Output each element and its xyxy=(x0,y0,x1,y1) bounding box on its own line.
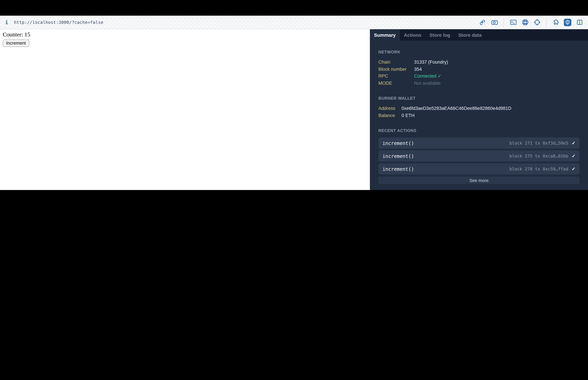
browser-toolbar: i http://localhost:3000/?cache=false xyxy=(0,16,588,29)
window-top-bar xyxy=(0,0,588,16)
burner-wallet-section-title: BURNER WALLET xyxy=(379,96,580,101)
link-icon[interactable] xyxy=(479,19,486,26)
check-icon: ✓ xyxy=(572,153,575,158)
network-row-rpc: RPC Connected ✓ xyxy=(379,73,580,80)
terminal-icon[interactable] xyxy=(509,19,517,26)
mode-label: MODE xyxy=(379,80,414,87)
shield-icon-active-bg xyxy=(564,19,571,26)
toolbar-divider xyxy=(546,18,547,26)
network-row-chain: Chain 31337 (Foundry) xyxy=(379,59,580,66)
devtools-content: NETWORK Chain 31337 (Foundry) Block numb… xyxy=(370,40,588,190)
tab-store-data[interactable]: Store data xyxy=(454,29,486,40)
crosshair-icon[interactable] xyxy=(533,19,541,26)
action-function: increment() xyxy=(382,140,509,146)
recent-actions-section-title: RECENT ACTIONS xyxy=(379,128,580,133)
main-split: Counter: 15 Increment → MUD Dev Tools Su… xyxy=(0,29,588,190)
tab-actions[interactable]: Actions xyxy=(400,29,426,40)
shield-icon[interactable] xyxy=(564,19,571,26)
rpc-status-value: Connected ✓ xyxy=(414,73,580,80)
columns-icon[interactable] xyxy=(576,19,583,26)
burner-wallet-section: BURNER WALLET Address 0xe6fd3aeD3e5283aE… xyxy=(379,96,580,119)
toolbar-icon-group xyxy=(479,18,583,26)
action-function: increment() xyxy=(382,153,509,159)
info-icon: i xyxy=(5,19,14,25)
globe-icon[interactable] xyxy=(521,19,529,26)
tab-summary[interactable]: Summary xyxy=(370,29,400,40)
recent-actions-section: RECENT ACTIONS increment() block 271 tx … xyxy=(379,128,580,184)
block-number-value: 354 xyxy=(414,66,580,73)
wallet-row-address: Address 0xe6fd3aeD3e5283aEA66C46Dee86e82… xyxy=(379,105,580,112)
balance-value: 0 ETH xyxy=(401,112,580,119)
action-block-tx: block 275 tx 0xca8…02bb xyxy=(509,153,568,158)
toolbar-divider xyxy=(504,18,504,26)
wallet-row-balance: Balance 0 ETH xyxy=(379,112,580,119)
rpc-label: RPC xyxy=(379,73,414,80)
web-page: Counter: 15 Increment → MUD Dev Tools xyxy=(0,29,370,190)
url-text[interactable]: http://localhost:3000/?cache=false xyxy=(14,20,103,25)
screen: i http://localhost:3000/?cache=false xyxy=(0,0,588,190)
action-row[interactable]: increment() block 275 tx 0xca8…02bb ✓ xyxy=(379,150,580,162)
check-icon: ✓ xyxy=(572,140,575,146)
counter-text: Counter: 15 xyxy=(3,31,367,38)
balance-label: Balance xyxy=(379,112,401,119)
devtools-tab-bar: Summary Actions Store log Store data xyxy=(370,29,588,40)
puzzle-icon[interactable] xyxy=(552,19,559,26)
actions-see-more-button[interactable]: See more xyxy=(379,177,580,184)
chain-value: 31337 (Foundry) xyxy=(414,59,580,66)
network-row-mode: MODE Not available xyxy=(379,80,580,87)
network-row-block-number: Block number 354 xyxy=(379,66,580,73)
chain-label: Chain xyxy=(379,59,414,66)
mode-value: Not available xyxy=(414,80,580,87)
action-row[interactable]: increment() block 271 tx 0xf3d…50e5 ✓ xyxy=(379,137,580,149)
address-label: Address xyxy=(379,105,401,112)
block-number-label: Block number xyxy=(379,66,414,73)
address-value: 0xe6fd3aeD3e5283aEA66C46Dee86e82860e4d98… xyxy=(401,105,580,112)
mud-devtools-panel: Summary Actions Store log Store data NET… xyxy=(370,29,588,190)
network-section-title: NETWORK xyxy=(379,50,580,55)
action-block-tx: block 271 tx 0xf3d…50e5 xyxy=(509,140,568,146)
action-block-tx: block 278 tx 0xc59…ffad xyxy=(509,166,568,171)
network-section: NETWORK Chain 31337 (Foundry) Block numb… xyxy=(379,50,580,87)
action-row[interactable]: increment() block 278 tx 0xc59…ffad ✓ xyxy=(379,163,580,174)
action-function: increment() xyxy=(382,166,509,172)
tab-store-log[interactable]: Store log xyxy=(425,29,454,40)
check-icon: ✓ xyxy=(572,166,575,171)
increment-button[interactable]: Increment xyxy=(3,39,29,47)
camera-icon[interactable] xyxy=(491,19,498,26)
